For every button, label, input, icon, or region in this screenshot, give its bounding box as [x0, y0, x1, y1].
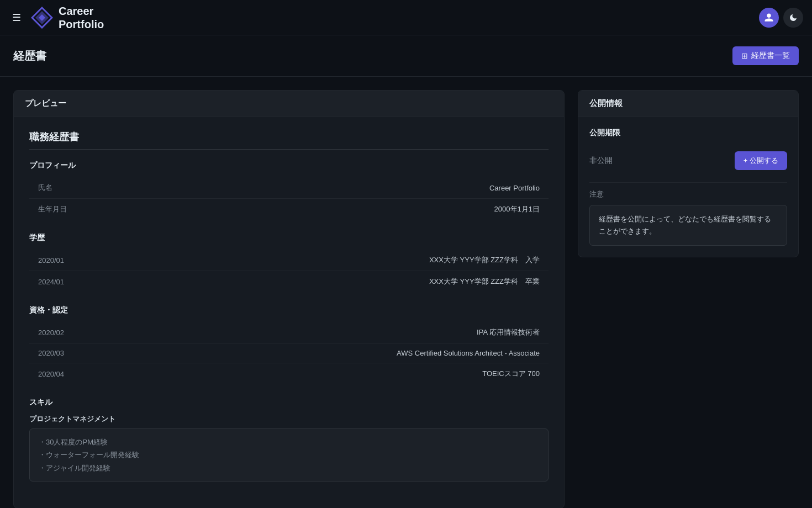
qualification-section-title: 資格・認定 — [29, 305, 549, 315]
edu-date-0: 2020/01 — [38, 256, 64, 264]
profile-section: プロフィール 氏名 Career Portfolio 生年月日 2000年1月1… — [29, 161, 549, 220]
resume-title: 職務経歴書 — [29, 130, 549, 150]
edu-value-0: XXX大学 YYY学部 ZZZ学科 入学 — [429, 255, 540, 265]
edu-date-1: 2024/01 — [38, 278, 64, 286]
table-row: 2024/01 XXX大学 YYY学部 ZZZ学科 卒業 — [29, 271, 549, 292]
qual-value-0: IPA 応用情報技術者 — [477, 327, 540, 337]
table-row: 2020/01 XXX大学 YYY学部 ZZZ学科 入学 — [29, 250, 549, 271]
skill-category-name: プロジェクトマネジメント — [29, 414, 549, 424]
side-panel-body: 公開期限 非公開 + 公開する 注意 経歴書を公開によって、どなたでも経歴書を閲… — [578, 117, 798, 257]
menu-button[interactable]: ☰ — [9, 8, 24, 27]
skill-category: プロジェクトマネジメント ・30人程度のPM経験・ウォーターフォール開発経験・ア… — [29, 414, 549, 481]
navbar-actions — [759, 8, 803, 28]
publish-button[interactable]: + 公開する — [735, 151, 787, 170]
education-section-title: 学歴 — [29, 233, 549, 243]
side-panel-header: 公開情報 — [578, 91, 798, 117]
note-text: 経歴書を公開によって、どなたでも経歴書を閲覧することができます。 — [589, 205, 787, 246]
app-title: Career Portfolio — [59, 4, 104, 31]
edu-value-1: XXX大学 YYY学部 ZZZ学科 卒業 — [429, 277, 540, 287]
preview-body: 職務経歴書 プロフィール 氏名 Career Portfolio 生年月日 20… — [14, 117, 564, 508]
profile-dob-label: 生年月日 — [38, 204, 67, 214]
qual-value-2: TOEICスコア 700 — [482, 369, 540, 379]
main-content: プレビュー 職務経歴書 プロフィール 氏名 Career Portfolio 生… — [0, 77, 812, 508]
profile-dob-value: 2000年1月1日 — [494, 204, 540, 214]
preview-panel-header: プレビュー — [14, 91, 564, 117]
preview-panel: プレビュー 職務経歴書 プロフィール 氏名 Career Portfolio 生… — [13, 90, 565, 508]
side-panel-title: 公開情報 — [589, 98, 623, 108]
table-row: 2020/03 AWS Certified Solutions Architec… — [29, 343, 549, 363]
side-panel: 公開情報 公開期限 非公開 + 公開する 注意 経歴書を公開によって、どなたでも… — [578, 90, 799, 257]
public-status: 非公開 — [589, 156, 613, 166]
user-icon — [764, 13, 774, 23]
education-section: 学歴 2020/01 XXX大学 YYY学部 ZZZ学科 入学 2024/01 … — [29, 233, 549, 292]
menu-icon: ☰ — [12, 12, 21, 23]
theme-toggle-button[interactable] — [783, 8, 803, 28]
table-row: 氏名 Career Portfolio — [29, 177, 549, 199]
resume-list-button[interactable]: ⊞ 経歴書一覧 — [732, 46, 799, 65]
qual-date-0: 2020/02 — [38, 329, 64, 337]
profile-name-label: 氏名 — [38, 183, 52, 193]
table-row: 生年月日 2000年1月1日 — [29, 199, 549, 220]
moon-icon — [789, 13, 798, 22]
skills-section: スキル プロジェクトマネジメント ・30人程度のPM経験・ウォーターフォール開発… — [29, 398, 549, 481]
skills-section-title: スキル — [29, 398, 549, 408]
page-header: 経歴書 ⊞ 経歴書一覧 — [0, 35, 812, 77]
navbar: ☰ Career Portfolio — [0, 0, 812, 35]
preview-panel-title: プレビュー — [25, 98, 66, 108]
divider — [589, 182, 787, 183]
skill-item: ・アジャイル開発経験 — [39, 462, 539, 474]
profile-section-title: プロフィール — [29, 161, 549, 171]
skill-item: ・30人程度のPM経験 — [39, 436, 539, 448]
period-label: 公開期限 — [589, 128, 787, 138]
logo-icon — [31, 7, 53, 29]
logo: Career Portfolio — [31, 4, 104, 31]
list-icon: ⊞ — [741, 51, 748, 60]
user-profile-button[interactable] — [759, 8, 779, 28]
qual-date-1: 2020/03 — [38, 349, 64, 357]
table-row: 2020/04 TOEICスコア 700 — [29, 363, 549, 384]
skill-box: ・30人程度のPM経験・ウォーターフォール開発経験・アジャイル開発経験 — [29, 428, 549, 481]
skill-item: ・ウォーターフォール開発経験 — [39, 448, 539, 461]
public-period-row: 非公開 + 公開する — [589, 146, 787, 176]
page-title: 経歴書 — [13, 49, 46, 64]
table-row: 2020/02 IPA 応用情報技術者 — [29, 322, 549, 343]
qual-date-2: 2020/04 — [38, 370, 64, 378]
note-label: 注意 — [589, 189, 787, 199]
qualification-section: 資格・認定 2020/02 IPA 応用情報技術者 2020/03 AWS Ce… — [29, 305, 549, 384]
qual-value-1: AWS Certified Solutions Architect - Asso… — [397, 349, 540, 357]
profile-name-value: Career Portfolio — [489, 184, 540, 192]
